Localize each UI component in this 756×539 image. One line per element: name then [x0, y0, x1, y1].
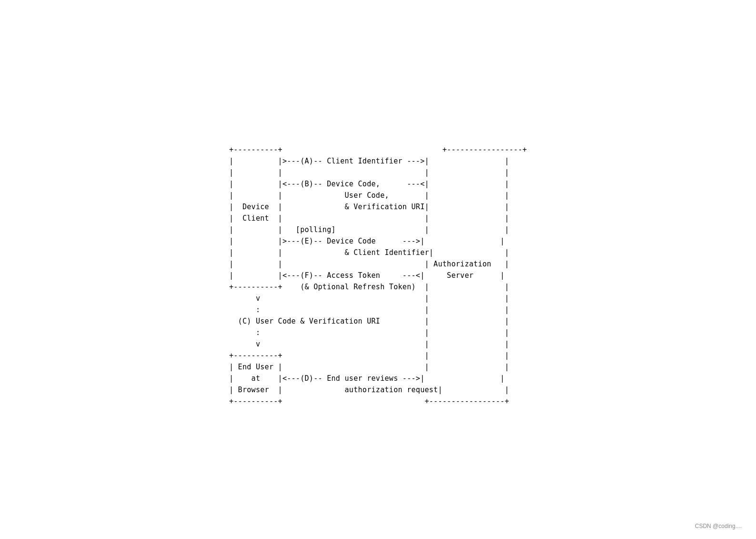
watermark: CSDN @coding.... [695, 523, 742, 529]
diagram-content: +----------+ +-----------------+ | |>---… [229, 144, 527, 407]
diagram-container: +----------+ +-----------------+ | |>---… [201, 102, 555, 437]
